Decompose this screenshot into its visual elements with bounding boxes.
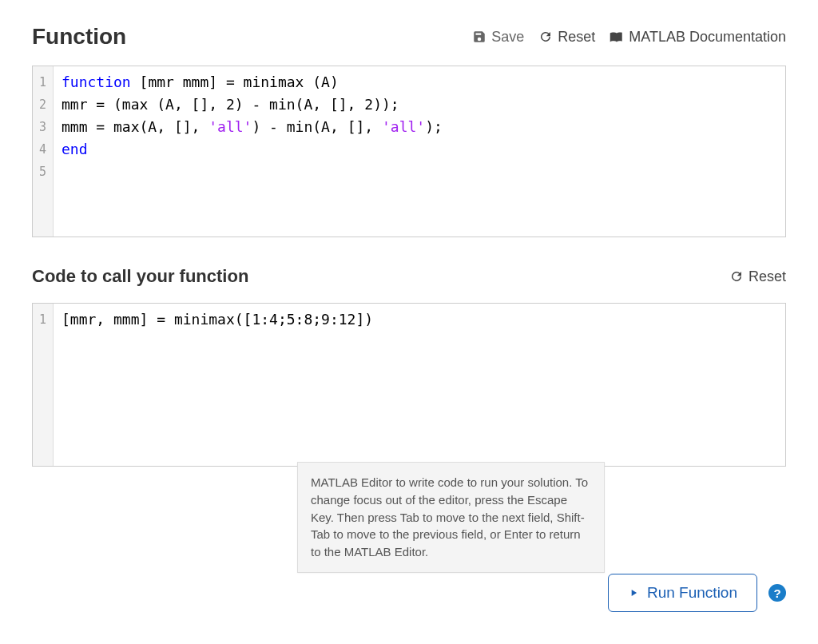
run-button-label: Run Function (647, 584, 737, 602)
reset-icon (538, 30, 553, 44)
line-number: 4 (38, 138, 46, 161)
function-title: Function (32, 24, 126, 50)
line-number: 2 (38, 93, 46, 116)
doc-label: MATLAB Documentation (629, 29, 786, 46)
code-line[interactable]: function [mmr mmm] = minimax (A) (62, 71, 443, 93)
reset-icon (729, 269, 744, 284)
code-line[interactable]: [mmr, mmm] = minimax([1:4;5:8;9:12]) (62, 308, 373, 331)
code-line[interactable]: mmr = (max (A, [], 2) - min(A, [], 2)); (62, 93, 443, 116)
function-code-editor[interactable]: 12345 function [mmr mmm] = minimax (A)mm… (32, 66, 786, 237)
line-number: 5 (38, 161, 46, 183)
code-line[interactable] (62, 161, 443, 183)
caller-gutter: 1 (33, 304, 54, 466)
line-number: 1 (38, 71, 46, 93)
reset-function-button[interactable]: Reset (538, 29, 595, 46)
play-icon (628, 587, 639, 598)
code-line[interactable]: end (62, 138, 443, 161)
function-section-header: Function Save Reset MATLAB Documentation (32, 24, 786, 50)
save-label: Save (491, 29, 524, 46)
line-number: 3 (38, 116, 46, 138)
function-code-area[interactable]: function [mmr mmm] = minimax (A)mmr = (m… (54, 66, 451, 237)
function-gutter: 12345 (33, 66, 54, 237)
editor-tooltip: MATLAB Editor to write code to run your … (297, 462, 605, 573)
reset-caller-label: Reset (749, 268, 786, 285)
save-icon (472, 30, 486, 44)
caller-title: Code to call your function (32, 266, 248, 287)
line-number: 1 (38, 308, 46, 331)
help-button[interactable]: ? (768, 584, 786, 602)
reset-caller-button[interactable]: Reset (729, 268, 786, 285)
footer-row: Run Function ? (608, 574, 786, 612)
documentation-button[interactable]: MATLAB Documentation (610, 29, 786, 46)
book-icon (610, 30, 624, 44)
caller-section-header: Code to call your function Reset (32, 266, 786, 287)
function-toolbar: Save Reset MATLAB Documentation (472, 29, 786, 46)
caller-code-area[interactable]: [mmr, mmm] = minimax([1:4;5:8;9:12]) (54, 304, 381, 466)
reset-label: Reset (558, 29, 595, 46)
caller-code-editor[interactable]: 1 [mmr, mmm] = minimax([1:4;5:8;9:12]) (32, 303, 786, 467)
caller-toolbar: Reset (729, 268, 786, 285)
code-line[interactable]: mmm = max(A, [], 'all') - min(A, [], 'al… (62, 116, 443, 138)
run-function-button[interactable]: Run Function (608, 574, 757, 612)
save-button[interactable]: Save (472, 29, 524, 46)
